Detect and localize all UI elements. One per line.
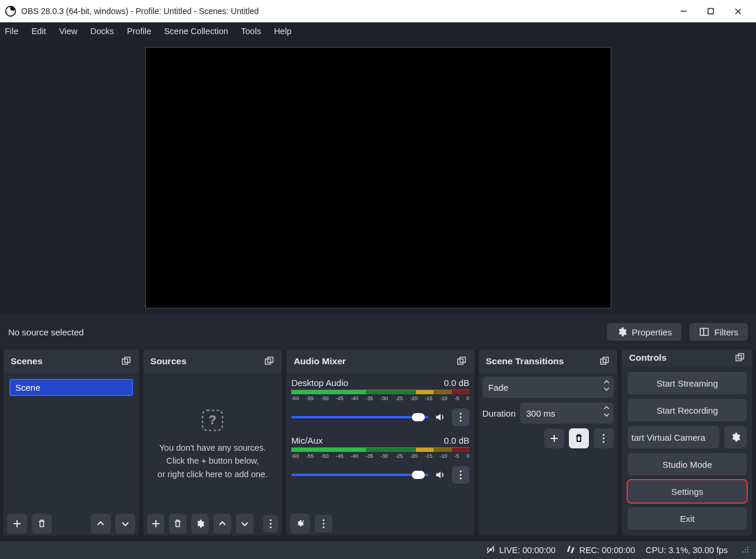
speaker-icon[interactable] <box>434 411 446 423</box>
pause-icon <box>566 545 575 556</box>
svg-point-30 <box>323 523 325 524</box>
transitions-popout-icon[interactable] <box>600 356 610 367</box>
svg-point-31 <box>323 526 325 528</box>
transition-select[interactable]: Fade <box>482 377 614 398</box>
start-streaming-button[interactable]: Start Streaming <box>628 372 747 394</box>
audio-desktop-meter <box>291 390 469 394</box>
controls-popout-icon[interactable] <box>735 352 745 363</box>
resize-grip-icon[interactable] <box>742 545 749 555</box>
gear-icon <box>617 327 627 337</box>
audio-mic-ticks: -60-55-50-45-40-35-30-25-20-15-10-50 <box>291 453 469 459</box>
svg-point-45 <box>747 547 748 548</box>
properties-button[interactable]: Properties <box>607 323 681 341</box>
source-delete-button[interactable] <box>169 514 186 534</box>
properties-label: Properties <box>632 327 672 337</box>
window-maximize-button[interactable] <box>697 0 724 22</box>
preview-canvas[interactable] <box>145 47 611 308</box>
menu-docks[interactable]: Docks <box>91 26 114 36</box>
start-virtual-camera-button[interactable]: tart Virtual Camera <box>628 426 720 448</box>
window-title: OBS 28.0.3 (64-bit, windows) - Profile: … <box>21 6 670 16</box>
svg-rect-44 <box>571 547 574 553</box>
window-minimize-button[interactable] <box>670 0 697 22</box>
status-rec: REC: 00:00:00 <box>566 545 635 556</box>
audio-desktop-volume-slider[interactable] <box>291 416 428 418</box>
titlebar: OBS 28.0.3 (64-bit, windows) - Profile: … <box>0 0 756 22</box>
virtual-camera-settings-button[interactable] <box>724 426 747 448</box>
scene-add-button[interactable] <box>7 514 27 534</box>
source-add-button[interactable] <box>147 514 165 534</box>
sources-empty-state: ? You don't have any sources. Click the … <box>144 408 282 481</box>
svg-point-50 <box>747 551 748 553</box>
audio-mixer-popout-icon[interactable] <box>457 356 467 367</box>
scene-move-up-button[interactable] <box>91 514 111 534</box>
source-properties-button[interactable] <box>191 514 209 534</box>
svg-point-36 <box>603 434 605 435</box>
menu-profile[interactable]: Profile <box>127 26 151 36</box>
speaker-icon[interactable] <box>434 469 446 481</box>
source-toolbar: No source selected Properties Filters <box>0 314 756 350</box>
transition-duration-input[interactable]: 300 ms <box>520 402 614 424</box>
audio-mic-meter <box>291 447 469 452</box>
svg-point-49 <box>745 551 746 553</box>
menu-edit[interactable]: Edit <box>31 26 46 36</box>
audio-more-button[interactable] <box>315 515 332 533</box>
audio-mixer-dock: Audio Mixer Desktop Audio 0.0 dB -60-55-… <box>287 350 474 535</box>
audio-advanced-button[interactable] <box>290 514 310 534</box>
menu-scene-collection[interactable]: Scene Collection <box>164 26 228 36</box>
studio-mode-button[interactable]: Studio Mode <box>628 453 747 475</box>
start-recording-button[interactable]: Start Recording <box>628 399 747 421</box>
filters-icon <box>699 327 710 337</box>
docks-row: Scenes Scene Sources ? <box>0 350 756 535</box>
menubar: File Edit View Docks Profile Scene Colle… <box>0 22 756 40</box>
transitions-dock: Scene Transitions Fade Duration 300 ms <box>479 350 618 535</box>
source-move-up-button[interactable] <box>214 514 231 534</box>
svg-point-19 <box>269 526 271 528</box>
source-more-button[interactable] <box>263 515 278 533</box>
scenes-dock: Scenes Scene <box>4 350 139 535</box>
menu-file[interactable]: File <box>5 26 18 36</box>
sources-popout-icon[interactable] <box>264 356 275 367</box>
transition-duration-label: Duration <box>482 408 516 418</box>
scene-item-selected[interactable]: Scene <box>9 379 133 396</box>
updown-icon <box>603 405 610 418</box>
audio-mic-label: Mic/Aux <box>291 435 322 445</box>
menu-tools[interactable]: Tools <box>241 26 261 36</box>
scene-delete-button[interactable] <box>32 514 52 534</box>
controls-dock: Controls Start Streaming Start Recording… <box>622 350 752 535</box>
scenes-popout-icon[interactable] <box>121 356 132 367</box>
audio-mic-more-button[interactable] <box>452 466 469 484</box>
audio-mixer-title: Audio Mixer <box>294 356 346 367</box>
updown-icon <box>603 379 610 392</box>
window-close-button[interactable] <box>724 0 751 22</box>
svg-point-37 <box>603 437 605 439</box>
transition-delete-button[interactable] <box>569 428 589 448</box>
menu-help[interactable]: Help <box>274 26 292 36</box>
svg-rect-5 <box>700 328 704 335</box>
settings-button[interactable]: Settings <box>628 480 747 503</box>
svg-text:?: ? <box>209 412 217 427</box>
svg-rect-43 <box>567 545 571 552</box>
audio-item-mic: Mic/Aux 0.0 dB -60-55-50-45-40-35-30-25-… <box>290 434 471 487</box>
source-move-down-button[interactable] <box>236 514 254 534</box>
audio-desktop-db: 0.0 dB <box>444 378 469 388</box>
exit-button[interactable]: Exit <box>628 507 747 530</box>
transitions-title: Scene Transitions <box>486 356 564 367</box>
audio-mic-volume-slider[interactable] <box>291 474 428 476</box>
controls-title: Controls <box>629 352 667 363</box>
svg-point-25 <box>459 470 461 472</box>
svg-point-47 <box>747 549 748 550</box>
svg-point-26 <box>459 474 461 475</box>
audio-desktop-more-button[interactable] <box>452 408 469 426</box>
transition-add-button[interactable] <box>544 428 564 448</box>
statusbar: LIVE: 00:00:00 REC: 00:00:00 CPU: 3.1%, … <box>0 541 756 559</box>
menu-view[interactable]: View <box>59 26 77 36</box>
question-mark-icon: ? <box>201 408 224 432</box>
transition-more-button[interactable] <box>594 428 614 448</box>
svg-point-23 <box>459 416 461 418</box>
scene-move-down-button[interactable] <box>115 514 135 534</box>
no-source-label: No source selected <box>8 327 84 337</box>
svg-point-46 <box>745 549 746 550</box>
svg-rect-6 <box>704 328 708 335</box>
audio-mic-db: 0.0 dB <box>444 435 469 445</box>
filters-button[interactable]: Filters <box>690 323 748 341</box>
